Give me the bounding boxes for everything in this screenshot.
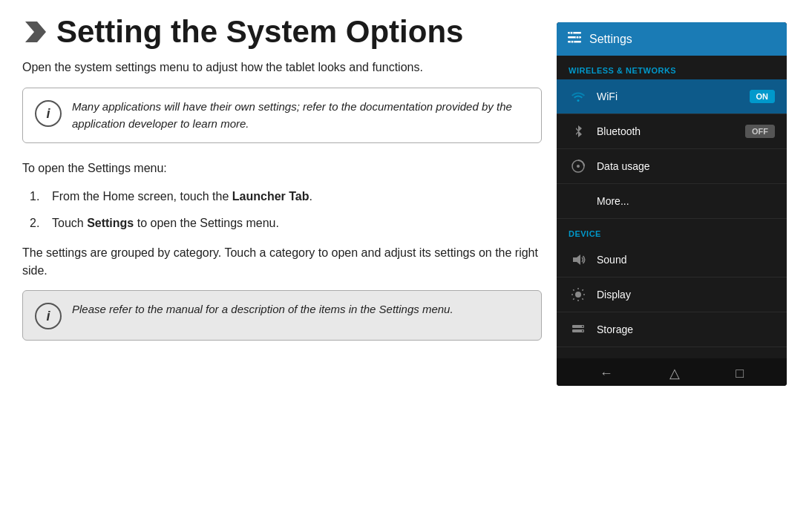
settings-header: Settings — [557, 22, 787, 56]
storage-icon — [569, 320, 588, 339]
info-box-1: i Many applications will have their own … — [22, 88, 542, 143]
settings-nav-bar: ← △ □ — [557, 358, 787, 386]
step-1-num: 1. — [30, 188, 45, 206]
nav-back-icon[interactable]: ← — [600, 366, 613, 381]
svg-point-14 — [582, 330, 583, 332]
settings-header-title: Settings — [589, 33, 632, 46]
bluetooth-icon — [569, 122, 588, 141]
page-title: Setting the System Options — [56, 15, 463, 49]
left-content: Setting the System Options Open the syst… — [22, 15, 557, 517]
info-box-1-text: Many applications will have their own se… — [72, 99, 529, 132]
step-1-text: From the Home screen, touch the Launcher… — [52, 188, 312, 206]
sound-icon — [569, 250, 588, 269]
svg-point-5 — [576, 36, 579, 39]
svg-marker-9 — [573, 254, 580, 265]
page-container: Setting the System Options Open the syst… — [0, 0, 809, 532]
settings-item-bluetooth[interactable]: Bluetooth OFF — [557, 114, 787, 149]
display-label: Display — [597, 289, 775, 301]
title-area: Setting the System Options — [22, 15, 542, 49]
settings-item-more[interactable]: More... — [557, 184, 787, 219]
wifi-toggle[interactable]: ON — [750, 90, 776, 103]
data-usage-label: Data usage — [597, 160, 775, 172]
steps-list: 1. From the Home screen, touch the Launc… — [30, 188, 542, 232]
step-2-bold: Settings — [87, 217, 134, 229]
sound-label: Sound — [597, 254, 775, 266]
svg-marker-0 — [25, 22, 46, 42]
settings-item-battery[interactable]: Battery — [557, 347, 787, 358]
display-icon — [569, 285, 588, 304]
section-label-device: DEVICE — [557, 219, 787, 243]
svg-point-6 — [571, 40, 574, 43]
data-usage-icon — [569, 157, 588, 176]
bluetooth-label: Bluetooth — [597, 125, 736, 137]
wifi-icon — [569, 87, 588, 106]
svg-point-4 — [570, 31, 573, 34]
info-box-2-text: Please refer to the manual for a descrip… — [72, 301, 453, 318]
body-text-2: The settings are grouped by category. To… — [22, 244, 542, 280]
storage-label: Storage — [597, 324, 775, 335]
title-arrow-icon — [22, 19, 49, 45]
step-2: 2. Touch Settings to open the Settings m… — [30, 214, 542, 232]
info-icon-1: i — [35, 100, 62, 127]
section-label-wireless: WIRELESS & NETWORKS — [557, 56, 787, 79]
more-icon — [569, 191, 588, 211]
svg-point-10 — [575, 292, 581, 298]
settings-panel: Settings WIRELESS & NETWORKS WiFi ON — [557, 22, 787, 386]
nav-recents-icon[interactable]: □ — [736, 366, 744, 381]
step-2-num: 2. — [30, 214, 45, 232]
settings-item-storage[interactable]: Storage — [557, 312, 787, 347]
info-box-2: i Please refer to the manual for a descr… — [22, 290, 542, 341]
nav-home-icon[interactable]: △ — [669, 365, 680, 381]
settings-item-display[interactable]: Display — [557, 278, 787, 312]
svg-point-13 — [582, 326, 583, 327]
more-label: More... — [597, 195, 775, 207]
info-icon-2: i — [35, 303, 62, 329]
body-intro: To open the Settings menu: — [22, 160, 542, 177]
settings-item-sound[interactable]: Sound — [557, 243, 787, 278]
settings-header-icon — [567, 30, 582, 48]
settings-item-wifi[interactable]: WiFi ON — [557, 79, 787, 114]
svg-point-8 — [577, 165, 580, 168]
settings-body: WIRELESS & NETWORKS WiFi ON — [557, 56, 787, 358]
bluetooth-toggle[interactable]: OFF — [745, 125, 775, 138]
step-1: 1. From the Home screen, touch the Launc… — [30, 188, 542, 206]
wifi-label: WiFi — [597, 91, 741, 102]
page-subtitle: Open the system settings menu to adjust … — [22, 61, 542, 74]
settings-item-data-usage[interactable]: Data usage — [557, 149, 787, 184]
svg-rect-3 — [568, 41, 581, 43]
battery-icon — [569, 355, 588, 358]
step-2-text: Touch Settings to open the Settings menu… — [52, 214, 279, 232]
step-1-bold: Launcher Tab — [232, 190, 309, 203]
